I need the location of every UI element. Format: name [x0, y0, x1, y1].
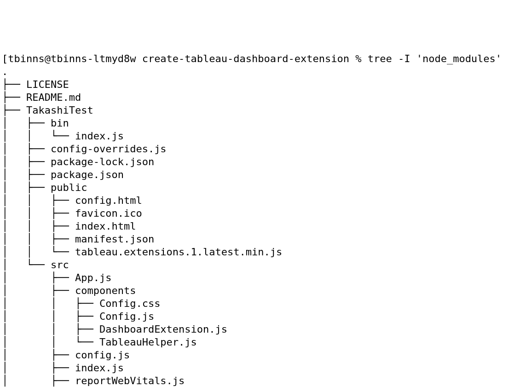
tree-root-dot: .: [2, 66, 8, 77]
tree-line: ├── LICENSE: [2, 79, 69, 90]
tree-line: │ ├── config.js: [2, 349, 130, 361]
tree-line: │ │ ├── Config.js: [2, 311, 154, 322]
tree-line: │ ├── components: [2, 285, 136, 296]
tree-line: │ │ └── tableau.extensions.1.latest.min.…: [2, 246, 282, 258]
tree-line: │ ├── package.json: [2, 169, 124, 180]
tree-line: │ │ ├── Config.css: [2, 298, 160, 309]
tree-line: │ ├── reportWebVitals.js: [2, 375, 185, 386]
tree-line: │ │ ├── config.html: [2, 195, 142, 206]
tree-line: │ │ ├── favicon.ico: [2, 208, 142, 219]
tree-line: │ │ └── TableauHelper.js: [2, 336, 197, 348]
tree-line: │ ├── public: [2, 182, 87, 193]
tree-line: ├── TakashiTest: [2, 104, 93, 116]
tree-line: │ │ ├── manifest.json: [2, 233, 154, 245]
tree-line: │ │ ├── index.html: [2, 220, 136, 232]
tree-line: │ ├── App.js: [2, 272, 111, 283]
tree-line: │ │ └── index.js: [2, 130, 124, 142]
tree-line: │ ├── bin: [2, 117, 69, 129]
tree-line: ├── README.md: [2, 92, 81, 103]
tree-line: │ ├── index.js: [2, 362, 124, 374]
terminal-output[interactable]: [tbinns@tbinns-ltmyd8w create-tableau-da…: [0, 52, 532, 392]
tree-line: │ ├── config-overrides.js: [2, 143, 167, 155]
tree-line: │ │ ├── DashboardExtension.js: [2, 323, 227, 335]
tree-line: │ ├── package-lock.json: [2, 156, 154, 167]
prompt-line-1: [tbinns@tbinns-ltmyd8w create-tableau-da…: [2, 53, 502, 64]
tree-line: │ └── src: [2, 259, 69, 271]
